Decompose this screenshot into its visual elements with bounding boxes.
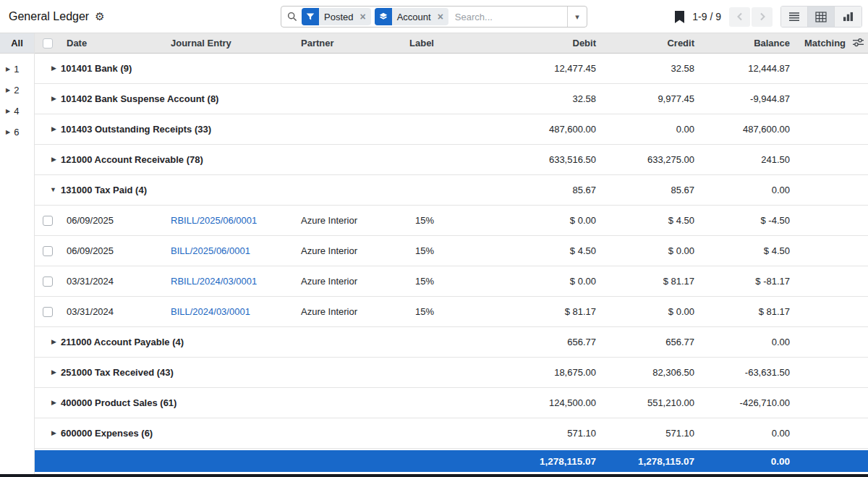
column-header-debit[interactable]: Debit [441,38,605,48]
column-header-matching[interactable]: Matching [804,38,846,48]
column-header-credit[interactable]: Credit [605,38,703,48]
sidebar-item-6[interactable]: ▶ 6 [0,122,34,143]
row-select-cell [35,307,61,317]
group-toggle[interactable]: ▶ [35,400,61,406]
line-label: 15% [398,276,441,287]
account-group-row[interactable]: ▶600000 Expenses (6)571.10571.100.00 [35,418,868,449]
facet-posted[interactable]: Posted × [302,8,371,25]
group-credit: 0.00 [605,124,703,135]
group-toggle[interactable]: ▶ [35,126,61,132]
sidebar-item-label: 6 [14,127,19,138]
group-debit: 18,675.00 [441,367,605,378]
line-debit: $ 0.00 [441,276,605,287]
chevron-right-icon: ▶ [6,109,10,114]
search-dropdown-toggle[interactable]: ▾ [567,7,587,27]
account-group-row[interactable]: ▶121000 Account Receivable (78)633,516.5… [35,145,868,175]
line-credit: $ 0.00 [605,306,703,317]
account-group-row[interactable]: ▶211000 Account Payable (4)656.77656.770… [35,327,868,358]
column-header-label[interactable]: Label [398,38,441,48]
sidebar-item-4[interactable]: ▶ 4 [0,101,34,122]
journal-item-row[interactable]: 03/31/2024RBILL/2024/03/0001Azure Interi… [35,266,868,297]
layers-icon [375,8,392,25]
group-balance: 12,444.87 [703,63,799,74]
view-graph-button[interactable] [835,7,861,27]
sidebar-item-2[interactable]: ▶ 2 [0,80,34,101]
total-debit: 1,278,115.07 [441,456,605,467]
pager-next-button[interactable] [752,7,773,27]
sidebar-item-label: 2 [14,85,19,96]
group-toggle[interactable]: ▶ [35,96,61,102]
group-balance: 241.50 [703,154,799,165]
chevron-right-icon: ▶ [51,126,56,132]
line-date: 03/31/2024 [61,276,165,287]
row-checkbox[interactable] [43,216,53,226]
account-group-row[interactable]: ▶101403 Outstanding Receipts (33)487,600… [35,114,868,145]
journal-entry-link[interactable]: BILL/2025/06/0001 [171,245,250,256]
column-options-icon[interactable] [853,38,864,49]
group-credit: 85.67 [605,185,703,195]
search-bar: Posted × Account × ▾ [281,6,587,28]
account-group-name: 101403 Outstanding Receipts (33) [61,124,441,135]
row-select-cell [35,277,61,287]
sidebar-item-1[interactable]: ▶ 1 [0,59,34,80]
group-debit: 85.67 [441,185,605,195]
row-checkbox[interactable] [43,277,53,287]
account-group-row[interactable]: ▶251000 Tax Received (43)18,675.0082,306… [35,358,868,388]
row-select-cell [35,246,61,256]
account-group-name: 131000 Tax Paid (4) [61,185,441,195]
facet-account[interactable]: Account × [375,8,448,25]
close-icon[interactable]: × [358,8,370,25]
line-credit: $ 4.50 [605,215,703,226]
column-header-date[interactable]: Date [61,38,165,48]
view-pivot-button[interactable] [808,7,835,27]
group-credit: 32.58 [605,63,703,74]
group-toggle[interactable]: ▼ [35,187,61,193]
view-list-button[interactable] [781,7,808,27]
group-toggle[interactable]: ▶ [35,339,61,345]
journal-item-row[interactable]: 06/09/2025RBILL/2025/06/0001Azure Interi… [35,206,868,236]
total-balance: 0.00 [703,456,799,467]
group-debit: 487,600.00 [441,124,605,135]
account-group-row[interactable]: ▶101402 Bank Suspense Account (8)32.589,… [35,84,868,114]
account-group-row[interactable]: ▶400000 Product Sales (61)124,500.00551,… [35,388,868,418]
close-icon[interactable]: × [436,8,448,25]
pager-previous-button[interactable] [729,7,750,27]
column-header-journal-entry[interactable]: Journal Entry [165,38,295,48]
column-header-balance[interactable]: Balance [703,38,799,48]
top-bar: General Ledger ⚙ Posted × Account × ▾ [0,0,868,33]
account-group-row[interactable]: ▶101401 Bank (9)12,477.4532.5812,444.87 [35,54,868,84]
chevron-right-icon: ▶ [51,400,56,406]
group-balance: 0.00 [703,428,799,439]
pager [729,7,773,27]
sidebar-item-all[interactable]: All [0,33,34,54]
journal-item-row[interactable]: 06/09/2025BILL/2025/06/0001Azure Interio… [35,236,868,266]
line-partner: Azure Interior [295,215,398,226]
journal-item-row[interactable]: 03/31/2024BILL/2024/03/0001Azure Interio… [35,297,868,327]
group-toggle[interactable]: ▶ [35,156,61,163]
gear-icon[interactable]: ⚙ [95,11,104,22]
account-group-name: 251000 Tax Received (43) [61,367,441,378]
view-switcher [780,6,862,28]
row-checkbox[interactable] [43,246,53,256]
column-header-partner[interactable]: Partner [295,38,398,48]
group-debit: 32.58 [441,93,605,104]
group-toggle[interactable]: ▶ [35,369,61,376]
search-input[interactable] [452,7,567,27]
line-debit: $ 81.17 [441,306,605,317]
group-toggle[interactable]: ▶ [35,430,61,436]
group-balance: -426,710.00 [703,397,799,408]
group-credit: 9,977.45 [605,93,703,104]
group-toggle[interactable]: ▶ [35,65,61,72]
line-partner: Azure Interior [295,245,398,256]
journal-entry-link[interactable]: RBILL/2024/03/0001 [171,276,257,287]
journal-entry-link[interactable]: BILL/2024/03/0001 [171,306,250,317]
row-checkbox[interactable] [43,307,53,317]
account-group-name: 400000 Product Sales (61) [61,397,441,408]
sidebar-item-label: 1 [14,64,19,75]
select-all-checkbox[interactable] [43,38,53,48]
control-panel: 1-9 / 9 [675,0,862,33]
group-balance: 487,600.00 [703,124,799,135]
bookmark-icon[interactable] [675,11,684,23]
account-group-row[interactable]: ▼131000 Tax Paid (4)85.6785.670.00 [35,175,868,206]
journal-entry-link[interactable]: RBILL/2025/06/0001 [171,215,257,226]
